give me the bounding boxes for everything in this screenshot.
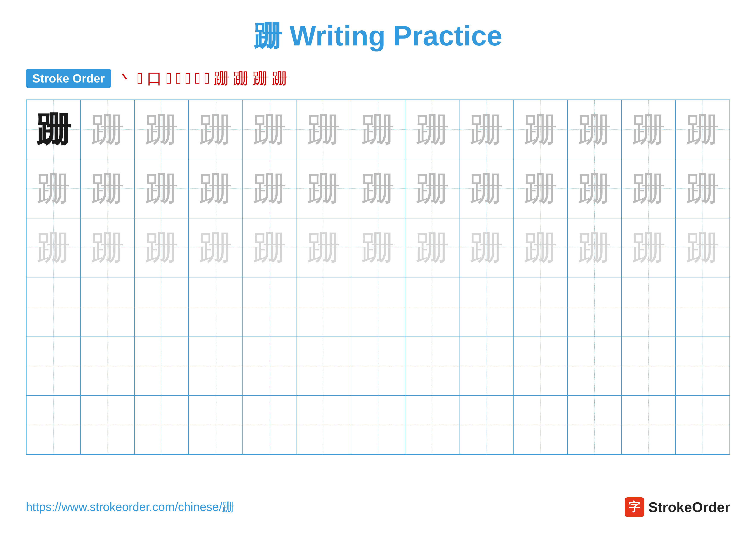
grid-cell-r1c3[interactable]: 跚 <box>134 100 189 159</box>
char-display: 跚 <box>199 172 232 205</box>
grid-cell-r3c4[interactable]: 跚 <box>189 218 243 277</box>
grid-cell-r5c2[interactable] <box>80 336 134 395</box>
char-display: 跚 <box>686 172 719 205</box>
grid-cell-r5c10[interactable] <box>513 336 567 395</box>
footer-url[interactable]: https://www.strokeorder.com/chinese/跚 <box>26 499 234 515</box>
char-display: 跚 <box>199 113 232 146</box>
grid-cell-r1c7[interactable]: 跚 <box>351 100 405 159</box>
grid-cell-r3c10[interactable]: 跚 <box>513 218 567 277</box>
grid-cell-r1c10[interactable]: 跚 <box>513 100 567 159</box>
grid-cell-r4c6[interactable] <box>297 277 351 336</box>
grid-cell-r2c12[interactable]: 跚 <box>622 159 676 218</box>
grid-cell-r4c5[interactable] <box>243 277 297 336</box>
grid-cell-r2c6[interactable]: 跚 <box>297 159 351 218</box>
grid-cell-r1c5[interactable]: 跚 <box>243 100 297 159</box>
grid-cell-r1c11[interactable]: 跚 <box>567 100 622 159</box>
grid-cell-r2c4[interactable]: 跚 <box>189 159 243 218</box>
grid-cell-r4c13[interactable] <box>676 277 730 336</box>
grid-cell-r5c11[interactable] <box>567 336 622 395</box>
grid-cell-r1c4[interactable]: 跚 <box>189 100 243 159</box>
grid-cell-r3c9[interactable]: 跚 <box>459 218 513 277</box>
grid-cell-r3c3[interactable]: 跚 <box>134 218 189 277</box>
char-display: 跚 <box>632 172 665 205</box>
char-display: 跚 <box>686 231 719 264</box>
grid-cell-r6c12[interactable] <box>622 395 676 454</box>
char-display: 跚 <box>91 172 124 205</box>
grid-cell-r3c11[interactable]: 跚 <box>567 218 622 277</box>
grid-cell-r5c5[interactable] <box>243 336 297 395</box>
grid-cell-r3c5[interactable]: 跚 <box>243 218 297 277</box>
grid-cell-r1c12[interactable]: 跚 <box>622 100 676 159</box>
char-display: 跚 <box>524 231 557 264</box>
grid-cell-r2c3[interactable]: 跚 <box>134 159 189 218</box>
grid-cell-r1c9[interactable]: 跚 <box>459 100 513 159</box>
grid-cell-r2c2[interactable]: 跚 <box>80 159 134 218</box>
char-display: 跚 <box>91 231 124 264</box>
grid-cell-r6c3[interactable] <box>134 395 189 454</box>
grid-cell-r3c1[interactable]: 跚 <box>26 218 80 277</box>
grid-cell-r2c11[interactable]: 跚 <box>567 159 622 218</box>
grid-cell-r3c12[interactable]: 跚 <box>622 218 676 277</box>
grid-cell-r3c6[interactable]: 跚 <box>297 218 351 277</box>
grid-cell-r6c8[interactable] <box>405 395 459 454</box>
stroke-step-11: 跚 <box>253 68 268 89</box>
title-rest: Writing Practice <box>282 20 502 51</box>
grid-cell-r5c1[interactable] <box>26 336 80 395</box>
grid-cell-r4c12[interactable] <box>622 277 676 336</box>
grid-cell-r4c7[interactable] <box>351 277 405 336</box>
grid-cell-r4c9[interactable] <box>459 277 513 336</box>
grid-cell-r2c5[interactable]: 跚 <box>243 159 297 218</box>
grid-cell-r3c7[interactable]: 跚 <box>351 218 405 277</box>
grid-cell-r6c9[interactable] <box>459 395 513 454</box>
grid-cell-r6c11[interactable] <box>567 395 622 454</box>
grid-cell-r4c1[interactable] <box>26 277 80 336</box>
grid-cell-r4c3[interactable] <box>134 277 189 336</box>
grid-cell-r1c13[interactable]: 跚 <box>676 100 730 159</box>
grid-cell-r1c8[interactable]: 跚 <box>405 100 459 159</box>
grid-cell-r2c13[interactable]: 跚 <box>676 159 730 218</box>
char-display: 跚 <box>199 231 232 264</box>
grid-cell-r1c1[interactable]: 跚 <box>26 100 80 159</box>
stroke-order-row: Stroke Order 丶 𠃌 口 𠃌 𠃌 𠃌 𠃌 𠃌 跚 跚 跚 跚 <box>26 68 730 89</box>
grid-cell-r2c7[interactable]: 跚 <box>351 159 405 218</box>
grid-cell-r6c6[interactable] <box>297 395 351 454</box>
grid-cell-r4c2[interactable] <box>80 277 134 336</box>
grid-cell-r6c10[interactable] <box>513 395 567 454</box>
grid-cell-r5c7[interactable] <box>351 336 405 395</box>
grid-cell-r5c8[interactable] <box>405 336 459 395</box>
char-display: 跚 <box>307 231 340 264</box>
grid-cell-r1c6[interactable]: 跚 <box>297 100 351 159</box>
grid-cell-r2c9[interactable]: 跚 <box>459 159 513 218</box>
grid-cell-r4c8[interactable] <box>405 277 459 336</box>
char-display: 跚 <box>470 113 503 146</box>
grid-cell-r3c2[interactable]: 跚 <box>80 218 134 277</box>
stroke-step-4: 𠃌 <box>166 69 172 88</box>
char-display: 跚 <box>253 172 286 205</box>
grid-cell-r5c3[interactable] <box>134 336 189 395</box>
char-display: 跚 <box>578 231 611 264</box>
grid-cell-r5c6[interactable] <box>297 336 351 395</box>
footer-logo: 字 StrokeOrder <box>625 497 730 517</box>
grid-cell-r3c13[interactable]: 跚 <box>676 218 730 277</box>
grid-cell-r5c12[interactable] <box>622 336 676 395</box>
grid-cell-r5c4[interactable] <box>189 336 243 395</box>
stroke-steps: 丶 𠃌 口 𠃌 𠃌 𠃌 𠃌 𠃌 跚 跚 跚 跚 <box>118 68 287 89</box>
char-display: 跚 <box>37 172 70 205</box>
grid-cell-r6c4[interactable] <box>189 395 243 454</box>
grid-cell-r6c2[interactable] <box>80 395 134 454</box>
grid-cell-r4c11[interactable] <box>567 277 622 336</box>
grid-cell-r5c9[interactable] <box>459 336 513 395</box>
grid-cell-r4c10[interactable] <box>513 277 567 336</box>
grid-cell-r2c8[interactable]: 跚 <box>405 159 459 218</box>
grid-cell-r2c10[interactable]: 跚 <box>513 159 567 218</box>
grid-cell-r1c2[interactable]: 跚 <box>80 100 134 159</box>
grid-cell-r3c8[interactable]: 跚 <box>405 218 459 277</box>
grid-cell-r6c13[interactable] <box>676 395 730 454</box>
grid-cell-r2c1[interactable]: 跚 <box>26 159 80 218</box>
grid-cell-r6c7[interactable] <box>351 395 405 454</box>
grid-cell-r5c13[interactable] <box>676 336 730 395</box>
char-display: 跚 <box>524 113 557 146</box>
grid-cell-r4c4[interactable] <box>189 277 243 336</box>
grid-cell-r6c5[interactable] <box>243 395 297 454</box>
grid-cell-r6c1[interactable] <box>26 395 80 454</box>
